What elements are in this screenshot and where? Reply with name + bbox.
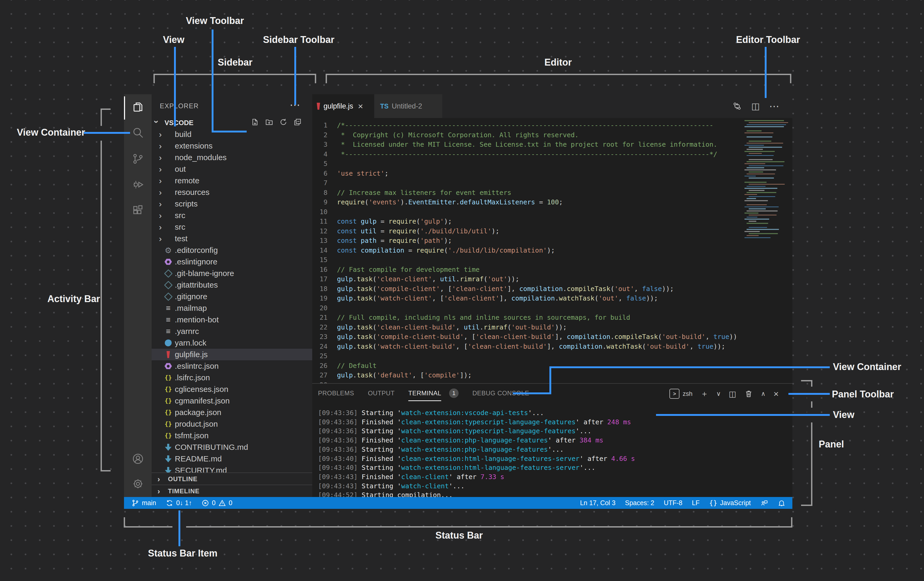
minimap-line	[749, 196, 775, 197]
tree-item-remote[interactable]: ›remote	[152, 175, 312, 187]
file-label: .eslintrc.json	[175, 362, 219, 371]
open-changes-icon[interactable]	[733, 101, 742, 111]
language-mode-item[interactable]: {} JavaScript	[709, 499, 751, 507]
split-terminal-icon[interactable]: ◫	[729, 389, 736, 399]
terminal-shell-selector[interactable]: > zsh	[670, 389, 692, 399]
tree-item-cglicenses.json[interactable]: {}cglicenses.json	[152, 384, 312, 395]
problems-status-item[interactable]: 0 0	[201, 499, 233, 507]
tree-item-.gitignore[interactable]: .gitignore	[152, 291, 312, 302]
tree-item-.editorconfig[interactable]: ⚙.editorconfig	[152, 244, 312, 256]
terminal-output[interactable]: [09:43:36] Starting 'watch-extension:vsc…	[318, 409, 790, 498]
tree-item-package.json[interactable]: {}package.json	[152, 407, 312, 418]
tree-item-.gitattributes[interactable]: .gitattributes	[152, 279, 312, 291]
tree-item-.eslintignore[interactable]: .eslintignore	[152, 256, 312, 268]
tree-item-.eslintrc.json[interactable]: .eslintrc.json	[152, 360, 312, 372]
tree-item-build[interactable]: ›build	[152, 129, 312, 140]
extensions-icon[interactable]	[124, 197, 152, 223]
tab-label: gulpfile.js	[323, 102, 353, 110]
new-folder-icon[interactable]	[265, 118, 274, 126]
minimap-line	[749, 184, 785, 185]
minimap-line	[744, 237, 771, 238]
tab-untitled-2[interactable]: TS Untitled-2	[375, 94, 442, 118]
minimap-line	[744, 120, 784, 121]
tree-item-.git-blame-ignore[interactable]: .git-blame-ignore	[152, 268, 312, 279]
file-label: out	[175, 165, 186, 174]
minimap-line	[749, 171, 763, 172]
tree-item-yarn.lock[interactable]: yarn.lock	[152, 337, 312, 349]
git-file-icon	[164, 281, 173, 290]
outline-section[interactable]: › OUTLINE	[152, 472, 312, 485]
close-panel-icon[interactable]: ×	[774, 389, 779, 399]
kill-terminal-trash-icon[interactable]	[744, 389, 753, 398]
new-terminal-icon[interactable]: ＋	[701, 389, 708, 399]
refresh-icon[interactable]	[279, 118, 288, 126]
code-editor[interactable]: 1/*-------------------------------------…	[312, 118, 742, 383]
minimap-line	[747, 167, 764, 168]
tree-item-test[interactable]: ›test	[152, 233, 312, 244]
terminal-line: [09:43:40] Finished 'clean-extension:htm…	[318, 454, 790, 463]
tab-gulpfile[interactable]: gulpfile.js ×	[312, 94, 374, 118]
chevron-down-icon[interactable]: ∨	[716, 390, 721, 397]
indentation-item[interactable]: Spaces: 2	[625, 499, 654, 507]
notifications-item[interactable]	[778, 499, 785, 507]
tree-item-README.md[interactable]: README.md	[152, 453, 312, 465]
tree-item-.lsifrc.json[interactable]: {}.lsifrc.json	[152, 372, 312, 384]
tree-item-src[interactable]: ›src	[152, 210, 312, 221]
file-label: remote	[175, 176, 199, 185]
status-bar: main 0↓ 1↑ 0 0 Ln 17, Col 3 Spaces: 2 UT…	[124, 497, 792, 509]
tree-item-out[interactable]: ›out	[152, 163, 312, 175]
settings-gear-icon[interactable]	[124, 471, 152, 497]
terminal-line: [09:43:36] Starting 'watch-extension:php…	[318, 445, 790, 454]
minimap-line	[747, 186, 766, 187]
tree-item-CONTRIBUTING.md[interactable]: CONTRIBUTING.md	[152, 441, 312, 453]
tab-problems[interactable]: PROBLEMS	[318, 389, 354, 397]
tree-item-.yarnrc[interactable]: ≡.yarnrc	[152, 326, 312, 337]
minimap[interactable]	[743, 119, 792, 266]
tree-item-node_modules[interactable]: ›node_modules	[152, 152, 312, 163]
view-line	[174, 47, 176, 126]
maximize-panel-icon[interactable]: ∧	[761, 390, 766, 397]
eslint-file-icon	[165, 259, 172, 265]
minimap-line	[747, 229, 779, 230]
tree-item-cgmanifest.json[interactable]: {}cgmanifest.json	[152, 395, 312, 407]
file-label: README.md	[175, 454, 222, 463]
tree-item-extensions[interactable]: ›extensions	[152, 140, 312, 152]
tree-item-src[interactable]: ›src	[152, 221, 312, 233]
timeline-section[interactable]: › TIMELINE	[152, 485, 312, 497]
tab-output[interactable]: OUTPUT	[368, 389, 394, 397]
editor-bracket-tick	[790, 74, 791, 83]
branch-status-item[interactable]: main	[131, 499, 156, 507]
feedback-item[interactable]	[760, 499, 768, 507]
tree-item-tsfmt.json[interactable]: {}tsfmt.json	[152, 430, 312, 441]
new-file-icon[interactable]	[251, 118, 259, 126]
code-line-24: 24gulp.task('watch-client-build', ['clea…	[312, 342, 742, 352]
terminal-line: [09:43:36] Starting 'watch-extension:vsc…	[318, 409, 790, 418]
file-label: scripts	[175, 199, 198, 209]
split-editor-icon[interactable]: ◫	[751, 101, 760, 111]
json-file-icon: {}	[165, 409, 172, 416]
cursor-position-item[interactable]: Ln 17, Col 3	[580, 499, 615, 507]
chevron-right-icon: ›	[152, 234, 165, 243]
file-label: .yarnrc	[175, 327, 199, 336]
tree-item-product.json[interactable]: {}product.json	[152, 418, 312, 430]
tree-item-gulpfile.js[interactable]: gulpfile.js	[152, 349, 312, 360]
editor-more-actions-icon[interactable]: ⋯	[769, 100, 780, 112]
explorer-icon[interactable]	[124, 94, 152, 119]
tree-item-.mailmap[interactable]: ≡.mailmap	[152, 302, 312, 314]
eol-item[interactable]: LF	[692, 499, 700, 507]
file-label: src	[175, 223, 185, 232]
sync-status-item[interactable]: 0↓ 1↑	[166, 499, 192, 507]
tree-item-resources[interactable]: ›resources	[152, 187, 312, 198]
tree-item-.mention-bot[interactable]: ≡.mention-bot	[152, 314, 312, 326]
annotation-status-bar-item: Status Bar Item	[148, 548, 218, 559]
vscode-window: EXPLORER ⋯ › VSCODE ›build›extensions›no…	[124, 94, 792, 509]
close-tab-icon[interactable]: ×	[358, 101, 363, 111]
source-control-icon[interactable]	[124, 146, 152, 171]
tree-item-scripts[interactable]: ›scripts	[152, 198, 312, 210]
collapse-all-icon[interactable]	[293, 118, 302, 126]
account-icon[interactable]	[124, 446, 152, 472]
run-debug-icon[interactable]	[124, 172, 152, 197]
error-icon	[201, 499, 209, 507]
tab-terminal[interactable]: TERMINAL	[408, 389, 441, 397]
encoding-item[interactable]: UTF-8	[664, 499, 682, 507]
